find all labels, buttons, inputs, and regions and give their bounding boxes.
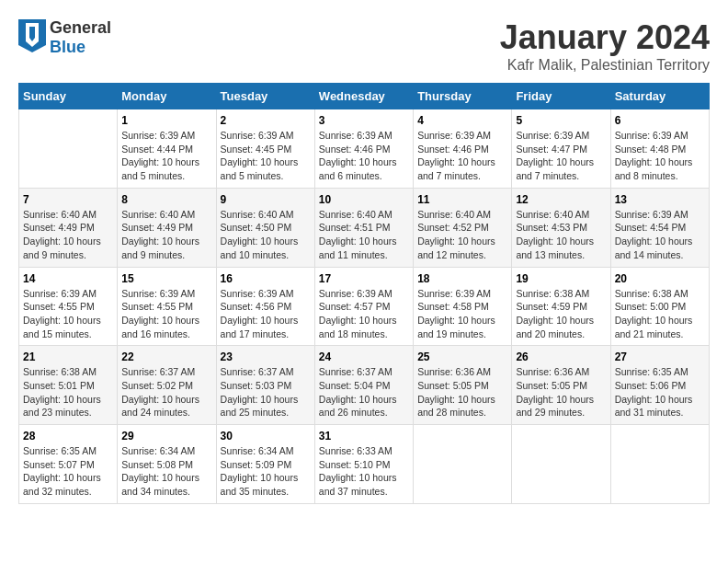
logo-blue: Blue [50, 38, 85, 56]
logo-general: General [50, 18, 111, 37]
day-number: 12 [516, 193, 606, 206]
day-info: Sunrise: 6:38 AMSunset: 4:59 PMDaylight:… [516, 287, 606, 341]
day-number: 2 [221, 114, 311, 127]
calendar-week-row: 14Sunrise: 6:39 AMSunset: 4:55 PMDayligh… [19, 267, 710, 346]
weekday-header-wednesday: Wednesday [314, 84, 413, 109]
weekday-header-friday: Friday [512, 84, 610, 109]
day-number: 21 [23, 350, 113, 363]
calendar-cell: 22Sunrise: 6:37 AMSunset: 5:02 PMDayligh… [118, 346, 216, 425]
weekday-header-monday: Monday [118, 84, 216, 109]
day-number: 24 [319, 350, 409, 363]
calendar-cell: 23Sunrise: 6:37 AMSunset: 5:03 PMDayligh… [216, 346, 314, 425]
day-info: Sunrise: 6:34 AMSunset: 5:08 PMDaylight:… [121, 444, 211, 499]
calendar-cell [19, 109, 118, 189]
day-info: Sunrise: 6:34 AMSunset: 5:09 PMDaylight:… [221, 444, 311, 499]
day-info: Sunrise: 6:33 AMSunset: 5:10 PMDaylight:… [319, 444, 409, 499]
day-number: 23 [221, 350, 311, 363]
day-number: 27 [615, 350, 705, 363]
calendar-cell: 9Sunrise: 6:40 AMSunset: 4:50 PMDaylight… [216, 188, 314, 267]
day-number: 3 [319, 114, 409, 127]
day-number: 15 [121, 272, 211, 285]
day-number: 6 [615, 114, 705, 127]
calendar-cell [512, 425, 610, 504]
day-info: Sunrise: 6:39 AMSunset: 4:48 PMDaylight:… [615, 129, 705, 183]
weekday-header-thursday: Thursday [414, 84, 512, 109]
calendar-cell: 5Sunrise: 6:39 AMSunset: 4:47 PMDaylight… [512, 109, 610, 189]
day-info: Sunrise: 6:39 AMSunset: 4:57 PMDaylight:… [319, 287, 409, 341]
day-info: Sunrise: 6:39 AMSunset: 4:46 PMDaylight:… [319, 129, 409, 183]
weekday-header-tuesday: Tuesday [216, 84, 314, 109]
calendar-cell: 24Sunrise: 6:37 AMSunset: 5:04 PMDayligh… [314, 346, 413, 425]
logo: General Blue [18, 18, 111, 57]
calendar-cell: 4Sunrise: 6:39 AMSunset: 4:46 PMDaylight… [414, 109, 512, 189]
calendar-cell: 16Sunrise: 6:39 AMSunset: 4:56 PMDayligh… [216, 267, 314, 346]
day-info: Sunrise: 6:40 AMSunset: 4:51 PMDaylight:… [319, 208, 409, 262]
day-number: 30 [221, 430, 311, 442]
calendar-cell: 21Sunrise: 6:38 AMSunset: 5:01 PMDayligh… [19, 346, 118, 425]
day-number: 19 [516, 272, 606, 285]
calendar-cell [414, 425, 512, 504]
calendar-cell: 30Sunrise: 6:34 AMSunset: 5:09 PMDayligh… [216, 425, 314, 504]
day-info: Sunrise: 6:39 AMSunset: 4:55 PMDaylight:… [121, 287, 211, 341]
weekday-header-sunday: Sunday [19, 84, 118, 109]
calendar-cell: 12Sunrise: 6:40 AMSunset: 4:53 PMDayligh… [512, 188, 610, 267]
calendar-week-row: 1Sunrise: 6:39 AMSunset: 4:44 PMDaylight… [19, 109, 710, 189]
calendar-cell: 31Sunrise: 6:33 AMSunset: 5:10 PMDayligh… [314, 425, 413, 504]
day-info: Sunrise: 6:40 AMSunset: 4:49 PMDaylight:… [23, 208, 113, 262]
day-info: Sunrise: 6:39 AMSunset: 4:46 PMDaylight:… [417, 129, 507, 183]
calendar-cell: 14Sunrise: 6:39 AMSunset: 4:55 PMDayligh… [19, 267, 118, 346]
logo-icon [18, 19, 46, 56]
calendar-cell: 26Sunrise: 6:36 AMSunset: 5:05 PMDayligh… [512, 346, 610, 425]
day-info: Sunrise: 6:37 AMSunset: 5:02 PMDaylight:… [121, 365, 211, 419]
calendar-cell: 3Sunrise: 6:39 AMSunset: 4:46 PMDaylight… [314, 109, 413, 189]
day-info: Sunrise: 6:40 AMSunset: 4:50 PMDaylight:… [221, 208, 311, 262]
day-info: Sunrise: 6:39 AMSunset: 4:44 PMDaylight:… [121, 129, 211, 183]
day-number: 25 [417, 350, 507, 363]
day-number: 31 [319, 430, 409, 442]
weekday-header-saturday: Saturday [610, 84, 709, 109]
calendar-cell: 19Sunrise: 6:38 AMSunset: 4:59 PMDayligh… [512, 267, 610, 346]
day-number: 13 [615, 193, 705, 206]
day-info: Sunrise: 6:36 AMSunset: 5:05 PMDaylight:… [417, 365, 507, 419]
calendar-cell: 27Sunrise: 6:35 AMSunset: 5:06 PMDayligh… [610, 346, 709, 425]
calendar-cell: 10Sunrise: 6:40 AMSunset: 4:51 PMDayligh… [314, 188, 413, 267]
calendar-cell: 6Sunrise: 6:39 AMSunset: 4:48 PMDaylight… [610, 109, 709, 189]
day-number: 5 [516, 114, 606, 127]
day-number: 16 [221, 272, 311, 285]
day-number: 4 [417, 114, 507, 127]
day-info: Sunrise: 6:40 AMSunset: 4:49 PMDaylight:… [121, 208, 211, 262]
calendar-cell: 15Sunrise: 6:39 AMSunset: 4:55 PMDayligh… [118, 267, 216, 346]
day-info: Sunrise: 6:39 AMSunset: 4:47 PMDaylight:… [516, 129, 606, 183]
day-number: 11 [417, 193, 507, 206]
day-info: Sunrise: 6:40 AMSunset: 4:53 PMDaylight:… [516, 208, 606, 262]
day-number: 18 [417, 272, 507, 285]
day-info: Sunrise: 6:39 AMSunset: 4:54 PMDaylight:… [615, 208, 705, 262]
day-info: Sunrise: 6:36 AMSunset: 5:05 PMDaylight:… [516, 365, 606, 419]
main-title: January 2024 [500, 18, 710, 57]
day-info: Sunrise: 6:39 AMSunset: 4:45 PMDaylight:… [221, 129, 311, 183]
day-number: 20 [615, 272, 705, 285]
day-info: Sunrise: 6:38 AMSunset: 5:01 PMDaylight:… [23, 365, 113, 419]
calendar-week-row: 28Sunrise: 6:35 AMSunset: 5:07 PMDayligh… [19, 425, 710, 504]
calendar-cell: 28Sunrise: 6:35 AMSunset: 5:07 PMDayligh… [19, 425, 118, 504]
day-number: 28 [23, 430, 113, 442]
calendar-cell: 1Sunrise: 6:39 AMSunset: 4:44 PMDaylight… [118, 109, 216, 189]
day-number: 17 [319, 272, 409, 285]
calendar-cell: 13Sunrise: 6:39 AMSunset: 4:54 PMDayligh… [610, 188, 709, 267]
day-number: 10 [319, 193, 409, 206]
day-number: 9 [221, 193, 311, 206]
day-info: Sunrise: 6:35 AMSunset: 5:06 PMDaylight:… [615, 365, 705, 419]
day-info: Sunrise: 6:38 AMSunset: 5:00 PMDaylight:… [615, 287, 705, 341]
day-number: 29 [121, 430, 211, 442]
page-header: General Blue January 2024 Kafr Malik, Pa… [18, 18, 710, 74]
day-number: 14 [23, 272, 113, 285]
day-number: 7 [23, 193, 113, 206]
calendar-cell: 20Sunrise: 6:38 AMSunset: 5:00 PMDayligh… [610, 267, 709, 346]
day-number: 8 [121, 193, 211, 206]
day-info: Sunrise: 6:39 AMSunset: 4:58 PMDaylight:… [417, 287, 507, 341]
day-info: Sunrise: 6:35 AMSunset: 5:07 PMDaylight:… [23, 444, 113, 499]
calendar-cell: 11Sunrise: 6:40 AMSunset: 4:52 PMDayligh… [414, 188, 512, 267]
day-info: Sunrise: 6:39 AMSunset: 4:55 PMDaylight:… [23, 287, 113, 341]
day-info: Sunrise: 6:40 AMSunset: 4:52 PMDaylight:… [417, 208, 507, 262]
calendar-cell: 17Sunrise: 6:39 AMSunset: 4:57 PMDayligh… [314, 267, 413, 346]
